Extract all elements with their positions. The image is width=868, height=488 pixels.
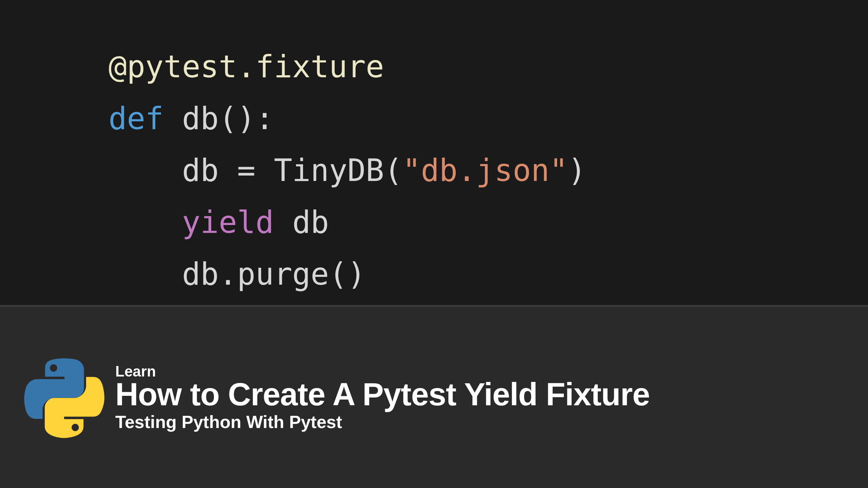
paren-open: (	[219, 101, 237, 136]
title-text: How to Create A Pytest Yield Fixture	[115, 378, 650, 411]
code-block: @pytest.fixture def db(): db = TinyDB("d…	[108, 41, 868, 300]
yield-value: db	[292, 204, 329, 240]
function-name: db	[182, 101, 219, 136]
indent	[108, 204, 182, 240]
indent	[108, 256, 182, 292]
indent	[108, 152, 182, 188]
method-open: (	[329, 256, 347, 292]
string-literal: "db.json"	[402, 152, 568, 188]
def-keyword: def	[108, 101, 164, 136]
decorator-at: @	[108, 49, 127, 84]
class-tinydb: TinyDB	[274, 152, 384, 188]
method-purge: purge	[237, 256, 329, 292]
var-db: db	[182, 152, 219, 188]
paren-close: )	[237, 101, 255, 136]
subtitle-text: Testing Python With Pytest	[115, 412, 650, 432]
banner: Learn How to Create A Pytest Yield Fixtu…	[0, 307, 868, 488]
yield-keyword: yield	[182, 204, 274, 240]
assign-op: =	[219, 152, 274, 188]
decorator-name: pytest.fixture	[127, 49, 384, 84]
python-logo-icon	[24, 357, 105, 438]
dot: .	[219, 256, 237, 292]
space	[274, 204, 292, 240]
colon: :	[256, 101, 274, 136]
call-open: (	[384, 152, 402, 188]
code-snippet-area: @pytest.fixture def db(): db = TinyDB("d…	[0, 0, 868, 305]
call-close: )	[568, 152, 586, 188]
method-close: )	[347, 256, 366, 292]
db-ref: db	[182, 256, 219, 292]
space	[164, 101, 182, 136]
banner-text: Learn How to Create A Pytest Yield Fixtu…	[115, 363, 650, 432]
